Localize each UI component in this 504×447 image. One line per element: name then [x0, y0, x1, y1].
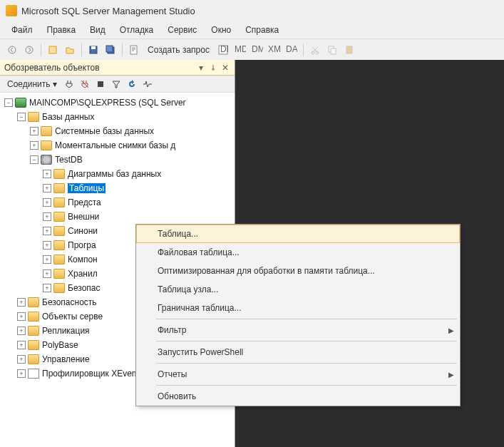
- prog-node[interactable]: Програ: [68, 240, 96, 250]
- mdx-icon[interactable]: MDX: [232, 42, 248, 58]
- nav-forward-button[interactable]: [21, 42, 37, 58]
- server-obj-node[interactable]: Объекты серве: [42, 312, 103, 322]
- stop-icon[interactable]: [94, 78, 107, 91]
- expander-icon[interactable]: +: [30, 141, 38, 150]
- expander-icon[interactable]: −: [4, 98, 13, 107]
- ctx-refresh[interactable]: Обновить: [136, 387, 460, 406]
- svg-text:DE: DE: [220, 45, 228, 54]
- ctx-edge-table[interactable]: Граничная таблица...: [136, 299, 460, 317]
- expander-icon[interactable]: +: [43, 184, 51, 192]
- ctx-new-table[interactable]: Таблица...: [136, 225, 460, 243]
- panel-header: Обозреватель объектов ▾ ✕: [0, 60, 235, 76]
- expander-icon[interactable]: +: [17, 341, 26, 349]
- svg-rect-18: [346, 46, 352, 53]
- svg-rect-2: [49, 46, 56, 53]
- folder-icon: [28, 312, 39, 322]
- ctx-separator: [156, 319, 457, 319]
- copy-icon[interactable]: [324, 42, 340, 58]
- expander-icon[interactable]: +: [17, 355, 26, 364]
- expander-icon[interactable]: +: [43, 198, 51, 207]
- explorer-toolbar: Соединить ▾: [0, 76, 235, 93]
- polybase-node[interactable]: PolyBase: [42, 340, 78, 350]
- connect-button[interactable]: Соединить ▾: [4, 78, 60, 91]
- ctx-filter[interactable]: Фильтр▶: [136, 321, 460, 339]
- xmla-icon[interactable]: XMLA: [267, 42, 282, 58]
- views-node[interactable]: Предста: [68, 197, 101, 207]
- folder-icon: [53, 269, 65, 279]
- ctx-mem-table[interactable]: Оптимизированная для обработки в памяти …: [136, 262, 460, 280]
- server-icon: [15, 98, 26, 108]
- ctx-powershell[interactable]: Запустить PowerShell: [136, 343, 460, 361]
- syn-node[interactable]: Синони: [68, 226, 98, 236]
- new-button[interactable]: [45, 42, 61, 58]
- dmx-icon[interactable]: DMX: [250, 42, 265, 58]
- folder-icon: [28, 354, 39, 364]
- disconnect-icon[interactable]: [78, 78, 91, 91]
- expander-icon[interactable]: −: [30, 155, 38, 164]
- databases-node[interactable]: Базы данных: [42, 112, 94, 122]
- expander-icon[interactable]: +: [17, 327, 26, 335]
- expander-icon[interactable]: +: [43, 170, 51, 178]
- sec-node[interactable]: Безопас: [68, 283, 101, 293]
- sysdb-node[interactable]: Системные базы данных: [55, 126, 154, 136]
- expander-icon[interactable]: +: [17, 369, 26, 378]
- expander-icon[interactable]: +: [30, 127, 38, 135]
- save-button[interactable]: [86, 42, 101, 58]
- database-icon: [41, 155, 52, 165]
- menu-window[interactable]: Окно: [204, 22, 238, 38]
- ctx-separator: [156, 363, 457, 364]
- cut-icon[interactable]: [307, 42, 323, 58]
- expander-icon[interactable]: +: [43, 255, 51, 264]
- server-node[interactable]: MAINCOMP\SQLEXPRESS (SQL Server: [29, 98, 186, 108]
- script-icon[interactable]: [126, 42, 142, 58]
- de-icon[interactable]: DE: [215, 42, 231, 58]
- nav-back-button[interactable]: [4, 42, 20, 58]
- expander-icon[interactable]: +: [43, 212, 51, 221]
- create-query-button[interactable]: Создать запрос: [143, 45, 214, 55]
- menu-edit[interactable]: Правка: [40, 22, 83, 38]
- menu-debug[interactable]: Отладка: [113, 22, 160, 38]
- svg-text:DAX: DAX: [286, 45, 297, 54]
- save-all-button[interactable]: [103, 42, 118, 58]
- xevent-node[interactable]: Профилировщик XEvent: [42, 369, 139, 379]
- open-button[interactable]: [62, 42, 78, 58]
- expander-icon[interactable]: +: [43, 284, 51, 292]
- expander-icon[interactable]: +: [17, 312, 26, 321]
- refresh-icon[interactable]: [125, 78, 138, 91]
- expander-icon[interactable]: +: [43, 269, 51, 278]
- menu-service[interactable]: Сервис: [160, 22, 204, 38]
- tables-node[interactable]: Таблицы: [68, 183, 106, 193]
- expander-icon[interactable]: +: [17, 298, 26, 307]
- ctx-file-table[interactable]: Файловая таблица...: [136, 243, 460, 262]
- store-node[interactable]: Хранил: [68, 269, 98, 279]
- ctx-node-table[interactable]: Таблица узла...: [136, 280, 460, 299]
- filter-icon[interactable]: [110, 78, 123, 91]
- menu-view[interactable]: Вид: [83, 22, 113, 38]
- ext-node[interactable]: Внешни: [68, 212, 99, 222]
- expander-icon[interactable]: −: [17, 113, 26, 121]
- folder-icon: [41, 140, 52, 150]
- panel-pin-icon[interactable]: [208, 63, 218, 73]
- snapshots-node[interactable]: Моментальные снимки базы д: [55, 140, 175, 150]
- expander-icon[interactable]: +: [43, 227, 51, 235]
- title-bar: Microsoft SQL Server Management Studio: [0, 0, 504, 21]
- menu-help[interactable]: Справка: [238, 22, 286, 38]
- svg-point-1: [26, 46, 33, 53]
- paste-icon[interactable]: [341, 42, 357, 58]
- activity-icon[interactable]: [141, 78, 154, 91]
- panel-dropdown-icon[interactable]: ▾: [196, 63, 206, 73]
- management-node[interactable]: Управление: [42, 354, 90, 364]
- connect-plug-icon[interactable]: [63, 78, 76, 91]
- svg-rect-7: [130, 46, 137, 54]
- menu-file[interactable]: Файл: [4, 22, 40, 38]
- panel-close-icon[interactable]: ✕: [220, 63, 230, 73]
- expander-icon[interactable]: +: [43, 241, 51, 250]
- testdb-node[interactable]: TestDB: [55, 155, 83, 165]
- dax-icon[interactable]: DAX: [284, 42, 299, 58]
- diagrams-node[interactable]: Диаграммы баз данных: [68, 169, 161, 179]
- svg-rect-17: [331, 48, 336, 54]
- security-node[interactable]: Безопасность: [42, 297, 97, 307]
- replication-node[interactable]: Репликация: [42, 326, 90, 336]
- comp-node[interactable]: Компон: [68, 255, 98, 264]
- ctx-reports[interactable]: Отчеты▶: [136, 365, 460, 384]
